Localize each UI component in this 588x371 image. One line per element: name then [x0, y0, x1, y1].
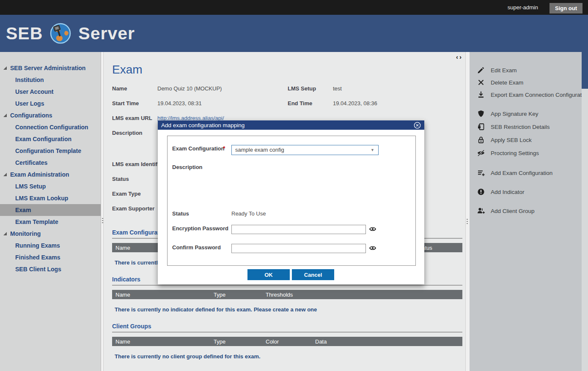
close-icon — [477, 79, 485, 86]
nav-item-institution[interactable]: Institution — [0, 74, 116, 86]
app-banner: SEB Server — [0, 15, 588, 52]
action-edit-exam[interactable]: Edit Exam — [477, 66, 517, 74]
nav-item-user-logs[interactable]: User Logs — [0, 98, 116, 109]
action-add-exam-configuration[interactable]: Add Exam Configuration — [477, 169, 552, 177]
globe-lock-logo-icon — [49, 22, 71, 44]
nav-item-certificates[interactable]: Certificates — [0, 157, 116, 169]
indicators-table-header: Name Type Thresholds — [112, 290, 462, 299]
client-groups-empty-text: There is currently no client group defin… — [115, 353, 261, 360]
nav-section-seb-server-administration[interactable]: SEB Server Administration — [0, 62, 104, 74]
ok-button[interactable]: OK — [247, 269, 290, 280]
section-heading-client-groups: Client Groups — [112, 323, 151, 330]
section-divider — [112, 285, 462, 286]
nav-item-configuration-template[interactable]: Configuration Template — [0, 145, 116, 157]
tree-expand-icon — [3, 173, 7, 176]
close-icon[interactable] — [414, 122, 421, 129]
nav-section-exam-administration[interactable]: Exam Administration — [0, 169, 104, 180]
cancel-button[interactable]: Cancel — [292, 269, 334, 280]
section-divider — [112, 332, 462, 333]
app-logo: SEB Server — [6, 22, 135, 45]
main-navigation: SEB Server Administration Institution Us… — [0, 52, 101, 371]
nav-section-configurations[interactable]: Configurations — [0, 109, 104, 121]
action-add-indicator[interactable]: Add Indicator — [477, 188, 525, 196]
person-plus-icon — [477, 207, 485, 215]
alert-icon — [477, 188, 485, 196]
brand-text-server: Server — [78, 24, 135, 44]
action-app-signature-key[interactable]: App Signature Key — [477, 109, 539, 118]
nav-item-lms-setup[interactable]: LMS Setup — [0, 180, 116, 192]
tree-expand-icon — [3, 232, 7, 235]
document-lock-icon — [477, 123, 485, 131]
collapse-right-icon[interactable]: › — [459, 53, 463, 60]
sash-grip[interactable] — [467, 219, 468, 225]
exam-field-row: Name Demo Quiz 10 (MOCKUP) LMS Setup tes… — [104, 85, 465, 92]
pencil-icon — [477, 66, 485, 74]
add-exam-configuration-mapping-dialog: Add exam configuration mapping Exam Conf… — [158, 120, 424, 284]
nav-item-finished-exams[interactable]: Finished Exams — [0, 251, 116, 263]
right-edge-strip — [582, 52, 588, 371]
padlock-icon — [477, 136, 485, 144]
dialog-title: Add exam configuration mapping — [161, 122, 245, 128]
nav-item-lms-exam-lookup[interactable]: LMS Exam Lookup — [0, 192, 116, 204]
logged-in-username: super-admin — [508, 4, 538, 11]
status-value: Ready To Use — [231, 210, 266, 217]
brand-text-seb: SEB — [6, 24, 43, 44]
right-edge-strip-blue — [582, 52, 588, 89]
tree-expand-icon — [3, 66, 7, 70]
panel-collapse-arrows[interactable]: ‹› — [456, 53, 463, 60]
show-password-icon[interactable] — [369, 226, 376, 232]
exam-field-row: Start Time 19.04.2023, 08:31 End Time 19… — [104, 100, 465, 107]
eye-off-icon — [477, 149, 485, 157]
sign-out-button[interactable]: Sign out — [550, 3, 583, 14]
nav-item-running-exams[interactable]: Running Exams — [0, 240, 116, 251]
top-bar: super-admin Sign out — [0, 0, 588, 15]
client-groups-table-header: Name Type Color Data — [112, 337, 462, 346]
indicators-empty-text: There is currently no indicator defined … — [115, 306, 317, 313]
list-plus-icon — [477, 169, 485, 177]
nav-item-connection-configuration[interactable]: Connection Configuration — [0, 121, 116, 133]
section-heading-indicators: Indicators — [112, 276, 140, 283]
action-panel: Edit Exam Delete Exam Export Exam Connec… — [470, 52, 582, 371]
confirm-password-input[interactable] — [231, 244, 366, 253]
sidebar-resize-sash[interactable] — [101, 52, 104, 371]
nav-item-user-account[interactable]: User Account — [0, 86, 116, 98]
required-marker: * — [223, 145, 225, 152]
action-add-client-group[interactable]: Add Client Group — [477, 207, 535, 215]
content-resize-sash[interactable] — [465, 52, 470, 371]
dialog-form-group: Exam Configuration * sample exam config … — [167, 136, 416, 266]
show-password-icon[interactable] — [369, 245, 376, 251]
chevron-down-icon: ▼ — [371, 145, 374, 155]
action-apply-seb-lock[interactable]: Apply SEB Lock — [477, 136, 532, 144]
encryption-password-input[interactable] — [231, 225, 366, 234]
nav-item-seb-client-logs[interactable]: SEB Client Logs — [0, 263, 116, 275]
download-icon — [477, 91, 485, 98]
action-delete-exam[interactable]: Delete Exam — [477, 78, 523, 87]
exam-configuration-select[interactable]: sample exam config ▼ — [231, 145, 379, 155]
shield-icon — [477, 110, 485, 117]
action-export-exam-connection-configuration[interactable]: Export Exam Connection Configuration — [477, 90, 582, 99]
tree-expand-icon — [3, 114, 7, 117]
collapse-left-icon[interactable]: ‹ — [456, 53, 459, 60]
dialog-titlebar[interactable]: Add exam configuration mapping — [158, 120, 424, 130]
sash-grip[interactable] — [102, 218, 103, 224]
nav-item-exam-selected[interactable]: Exam — [0, 204, 116, 216]
action-proctoring-settings[interactable]: Proctoring Settings — [477, 149, 539, 157]
nav-item-exam-template[interactable]: Exam Template — [0, 216, 116, 228]
page-title: Exam — [112, 63, 143, 76]
nav-section-monitoring[interactable]: Monitoring — [0, 228, 104, 240]
action-seb-restriction-details[interactable]: SEB Restriction Details — [477, 123, 550, 131]
nav-item-exam-configuration[interactable]: Exam Configuration — [0, 133, 116, 145]
